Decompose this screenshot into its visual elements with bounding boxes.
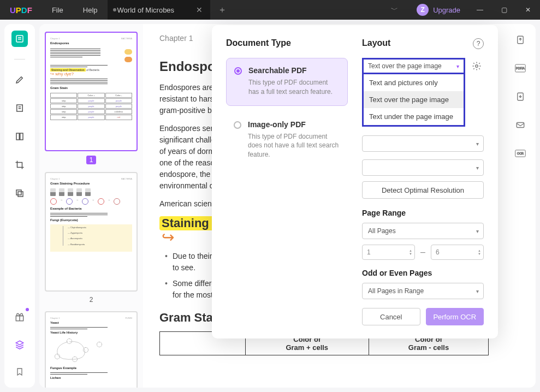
document-tab[interactable]: World of Microbes ✕: [108, 0, 211, 20]
language-select[interactable]: [362, 135, 484, 152]
bookmark-icon[interactable]: [11, 364, 28, 380]
option-description: This type of PDF document has a full tex…: [248, 78, 339, 97]
page-thumbnail[interactable]: Chapter 1BACTERIA Endospores Staining an…: [45, 32, 138, 151]
annotate-tool-icon[interactable]: [11, 72, 28, 88]
organize-tool-icon[interactable]: [11, 128, 28, 145]
option-description: This type of PDF document does not have …: [248, 132, 339, 159]
layout-heading: Layout: [362, 38, 484, 48]
svg-rect-3: [20, 133, 23, 140]
app-logo: UPDF: [0, 5, 42, 15]
thumbnail-panel: Chapter 1BACTERIA Endospores Staining an…: [39, 24, 143, 388]
range-from-input[interactable]: 1▲▼: [362, 245, 415, 260]
page-range-label: Page Range: [362, 209, 484, 217]
edit-tool-icon[interactable]: [11, 100, 28, 116]
close-window-icon[interactable]: ✕: [516, 0, 540, 20]
redact-tool-icon[interactable]: [11, 185, 28, 201]
radio-icon: [234, 67, 242, 75]
svg-text:OCR: OCR: [517, 152, 524, 155]
left-toolbar: [4, 24, 35, 388]
searchable-pdf-option[interactable]: Searchable PDF This type of PDF document…: [226, 58, 348, 106]
minimize-icon[interactable]: —: [468, 0, 492, 20]
range-to-input[interactable]: 6▲▼: [431, 245, 484, 260]
layout-option[interactable]: Text over the page image: [364, 91, 464, 108]
ocr-icon[interactable]: OCR: [512, 145, 529, 162]
page-number: 2: [45, 296, 138, 304]
close-tab-icon[interactable]: ✕: [196, 5, 203, 14]
svg-point-14: [476, 65, 478, 68]
reader-tool-icon[interactable]: [11, 31, 28, 47]
ocr-dialog: ? Document Type Searchable PDF This type…: [212, 25, 498, 338]
layout-dropdown: Text and pictures only Text over the pag…: [362, 74, 465, 127]
upgrade-button[interactable]: Z Upgrade: [409, 4, 468, 16]
option-title: Image-only PDF: [248, 120, 339, 129]
gift-icon[interactable]: [11, 309, 28, 325]
tabs-overflow-icon[interactable]: ﹀: [380, 5, 409, 15]
titlebar: UPDF File Help World of Microbes ✕ ＋ ﹀ Z…: [0, 0, 540, 20]
flatten-icon[interactable]: [512, 88, 529, 105]
option-title: Searchable PDF: [248, 66, 339, 75]
layout-option[interactable]: Text and pictures only: [364, 74, 464, 91]
image-only-pdf-option[interactable]: Image-only PDF This type of PDF document…: [226, 112, 348, 168]
detect-resolution-button[interactable]: Detect Optimal Resolution: [362, 181, 484, 199]
svg-rect-5: [18, 192, 23, 197]
perform-ocr-button[interactable]: Perform OCR: [426, 308, 484, 325]
resolution-select[interactable]: [362, 159, 484, 176]
document-type-heading: Document Type: [226, 38, 348, 48]
menu-help[interactable]: Help: [73, 6, 108, 14]
range-separator: –: [420, 247, 425, 257]
email-icon[interactable]: [512, 117, 529, 133]
layers-icon[interactable]: [11, 336, 28, 353]
layout-select[interactable]: Text over the page image: [362, 58, 465, 74]
upgrade-label: Upgrade: [433, 6, 460, 14]
page-range-select[interactable]: All Pages: [362, 223, 484, 239]
pdfa-icon[interactable]: PDF/A: [512, 60, 529, 76]
odd-even-label: Odd or Even Pages: [362, 269, 484, 277]
cancel-button[interactable]: Cancel: [362, 308, 420, 325]
svg-text:PDF/A: PDF/A: [516, 67, 525, 70]
separator: [14, 59, 25, 60]
export-icon[interactable]: [512, 32, 529, 48]
page-number: 1: [86, 156, 96, 164]
page-thumbnail[interactable]: Chapter 1BACTERIA Gram Staining Procedur…: [45, 172, 138, 292]
tab-indicator-dot: [113, 8, 116, 11]
add-tab-button[interactable]: ＋: [210, 4, 234, 16]
window-controls: — ▢ ✕: [468, 0, 540, 20]
layout-option[interactable]: Text under the page image: [364, 108, 464, 125]
tab-title: World of Microbes: [117, 6, 175, 14]
svg-rect-11: [517, 123, 524, 128]
radio-icon: [234, 121, 241, 129]
crop-tool-icon[interactable]: [11, 157, 28, 173]
right-toolbar: PDF/A OCR: [505, 24, 536, 388]
svg-rect-4: [16, 190, 21, 195]
svg-rect-2: [16, 133, 19, 140]
odd-even-select[interactable]: All Pages in Range: [362, 283, 484, 299]
menu-file[interactable]: File: [42, 6, 73, 14]
page-thumbnail[interactable]: Chapter 1FUNGI Yeast Yeast Life History …: [45, 311, 138, 388]
avatar: Z: [417, 4, 429, 16]
gear-icon[interactable]: [470, 59, 484, 73]
maximize-icon[interactable]: ▢: [492, 0, 516, 20]
